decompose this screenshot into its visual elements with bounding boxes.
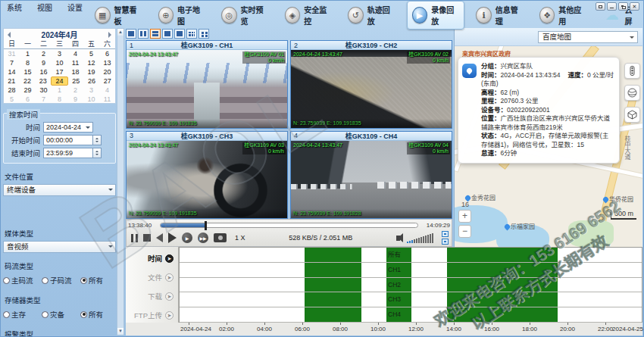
calendar-day[interactable]: 23 [35,76,51,86]
calendar-day[interactable]: 10 [52,58,67,67]
date-select[interactable]: 2024-04-24 [43,122,93,133]
recording-segment[interactable] [305,278,361,292]
file-location-select[interactable]: 终端设备 [3,184,116,196]
layout-quad-button[interactable] [150,29,161,39]
layout-single-button[interactable] [126,29,136,39]
panel-expand-buttons[interactable] [442,231,449,245]
calendar-day[interactable]: 31 [4,49,20,58]
media-type-select[interactable]: 音视频 [3,241,116,253]
video-cell-ch1[interactable]: 1桂GK3109 - CH12024-04-24 13:43:47桂GK3109… [126,40,288,129]
timeline-section-3[interactable]: 下载➤ [148,291,174,301]
video-frame[interactable]: 2024-04-24 13:43:47桂GK3109 AV 020 km/hN:… [291,50,452,128]
video-cell-ch4[interactable]: 4桂GK3109 - CH42024-04-24 13:43:47桂GK3109… [290,131,452,220]
calendar-prev-icon[interactable] [8,32,11,38]
panorama-button[interactable] [624,85,640,101]
recording-segment[interactable] [447,278,558,292]
fast-play-button[interactable]: ▶▶ [198,232,208,243]
calendar-day[interactable]: 1 [52,86,67,95]
video-frame[interactable]: 2024-04-24 13:43:47桂GK3109 AV 040 km/hN:… [291,141,452,219]
calendar-day[interactable]: 30 [36,86,52,95]
start-time-input[interactable]: 00:00:00 [43,135,93,145]
calendar-day[interactable]: 2 [67,86,83,95]
frame-back-button[interactable] [156,233,163,242]
snapshot-button[interactable] [214,233,227,242]
calendar-day[interactable]: 7 [36,95,52,104]
layout-six-button[interactable] [162,29,173,39]
radio-option[interactable]: 所有 [80,309,116,320]
calendar-day[interactable]: 8 [52,95,67,104]
seek-thumb[interactable] [205,221,207,230]
layout-dual-button[interactable] [138,29,148,39]
video-cell-ch2[interactable]: 2桂GK3109 - CH22024-04-24 13:43:47桂GK3109… [290,40,452,129]
scroll-down-icon[interactable]: ▼ [117,328,123,335]
toolbar-security-monitor[interactable]: ◈安全监控 [280,2,337,29]
calendar-day[interactable]: 2 [36,49,52,58]
calendar-day[interactable]: 6 [20,95,36,104]
recording-segment[interactable] [447,263,558,277]
calendar-day[interactable]: 3 [52,49,67,58]
layout-eight-button[interactable] [174,29,185,39]
calendar-day[interactable]: 14 [4,67,20,76]
calendar-day[interactable]: 7 [4,58,20,67]
layout-fullscreen-button[interactable] [199,29,209,39]
recording-segment[interactable] [447,292,558,307]
calendar-day[interactable]: 1 [20,49,36,58]
toolbar-live-preview[interactable]: ◎实时预览 [217,2,274,29]
calendar-day[interactable]: 20 [99,67,115,76]
timeline-section-4[interactable]: FTP上传➤ [134,310,174,320]
radio-option[interactable]: 灾备 [42,309,77,320]
sidebar-scrollbar[interactable]: ▲ ▼ [117,28,124,335]
calendar-day[interactable]: 26 [84,76,100,86]
pin-window-button[interactable] [596,2,605,11]
toolbar-info-manage[interactable]: ℹ信息管理 [471,2,528,29]
layout-nine-button[interactable] [186,29,197,39]
calendar-day[interactable]: 5 [83,49,99,58]
play-button[interactable] [168,232,177,243]
calendar-day[interactable]: 4 [99,86,115,95]
recording-segment[interactable] [305,263,361,277]
calendar-day[interactable]: 9 [36,58,52,67]
end-time-spinner[interactable] [93,148,102,158]
recording-segment[interactable] [305,307,361,322]
calendar-day[interactable]: 3 [83,86,99,95]
toolbar-track-playback[interactable]: ↺轨迹回放 [343,2,400,29]
calendar-day[interactable]: 10 [83,95,99,104]
calendar-day[interactable]: 5 [4,95,20,104]
timeline-chart[interactable]: 所有CH1CH2CH3CH4 [179,247,642,323]
calendar-day[interactable]: 6 [99,49,115,58]
calendar-day[interactable]: 28 [4,86,20,95]
menu-item-0[interactable]: 系统 [7,2,22,11]
pause-button[interactable] [131,234,138,242]
calendar-day[interactable]: 18 [67,67,83,76]
calendar-day[interactable]: 9 [67,95,83,104]
calendar-day[interactable]: 12 [83,58,99,67]
zoom-out-button[interactable]: − [458,225,471,238]
calendar-day[interactable]: 22 [20,76,36,86]
video-frame[interactable]: 2024-04-24 13:43:47桂GK3109 AV 030 km/hN:… [127,141,287,219]
calendar-day[interactable]: 8 [20,58,36,67]
end-time-input[interactable]: 23:59:59 [43,148,93,158]
restore-button[interactable] [618,2,628,11]
timeline-section-2[interactable]: 文件➤ [148,272,174,282]
3d-view-button[interactable] [624,107,640,123]
toolbar-other-apps[interactable]: ❖其他应用 [535,2,592,29]
start-time-spinner[interactable] [93,135,102,145]
recording-segment[interactable] [447,248,558,262]
zoom-in-button[interactable]: + [458,210,471,223]
calendar-day[interactable]: 11 [99,95,115,104]
minimize-button[interactable] [607,2,617,11]
slow-play-button[interactable]: ▶ [182,232,192,243]
radio-option[interactable]: 子码流 [42,275,77,286]
calendar-day[interactable]: 25 [68,76,84,86]
calendar-day[interactable]: 15 [20,67,36,76]
menu-item-1[interactable]: 视图 [37,2,52,11]
calendar-day[interactable]: 21 [4,76,20,86]
toolbar-e-map[interactable]: ⊕电子地图 [154,2,211,29]
toolbar-dashboard[interactable]: ▦智慧看板 [90,2,147,29]
recording-segment[interactable] [305,248,361,262]
calendar-day-selected[interactable]: 24 [51,76,68,86]
map-canvas[interactable]: 来宾市兴宾区政府金秀花园乐福家园华侨花园桂中大道 分组：兴宾区车队时间：2024… [455,46,642,247]
volume-slider[interactable] [407,232,433,243]
recording-segment[interactable] [305,292,361,307]
recording-segment[interactable] [447,307,558,322]
